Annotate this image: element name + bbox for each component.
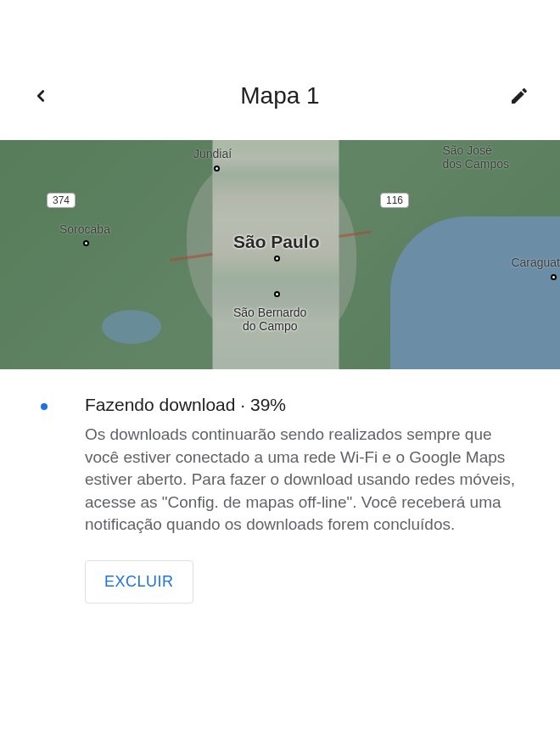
download-percent: 39% bbox=[250, 395, 286, 414]
header: Mapa 1 bbox=[0, 0, 560, 140]
road-shield: 116 bbox=[380, 193, 409, 208]
download-status-panel: Fazendo download · 39% Os downloads cont… bbox=[0, 369, 560, 604]
pencil-icon bbox=[509, 86, 529, 106]
download-status-title: Fazendo download · 39% bbox=[85, 395, 526, 415]
edit-button[interactable] bbox=[502, 79, 536, 113]
map-city-marker bbox=[274, 291, 280, 297]
map-city-marker bbox=[274, 256, 280, 261]
delete-button[interactable]: EXCLUIR bbox=[85, 560, 193, 604]
download-description: Os downloads continuarão sendo realizado… bbox=[85, 424, 526, 536]
loading-spinner-icon bbox=[41, 403, 48, 410]
map-city-marker bbox=[551, 274, 557, 280]
download-status-label: Fazendo download bbox=[85, 395, 235, 414]
page-title: Mapa 1 bbox=[58, 82, 502, 110]
road-shield: 374 bbox=[47, 193, 76, 208]
back-button[interactable] bbox=[24, 79, 58, 113]
map-city-marker bbox=[214, 166, 220, 171]
map-city-marker bbox=[83, 240, 89, 246]
map-preview[interactable]: Jundiaí São Josédos Campos 374 116 Soroc… bbox=[0, 140, 560, 369]
chevron-left-icon bbox=[31, 87, 50, 105]
